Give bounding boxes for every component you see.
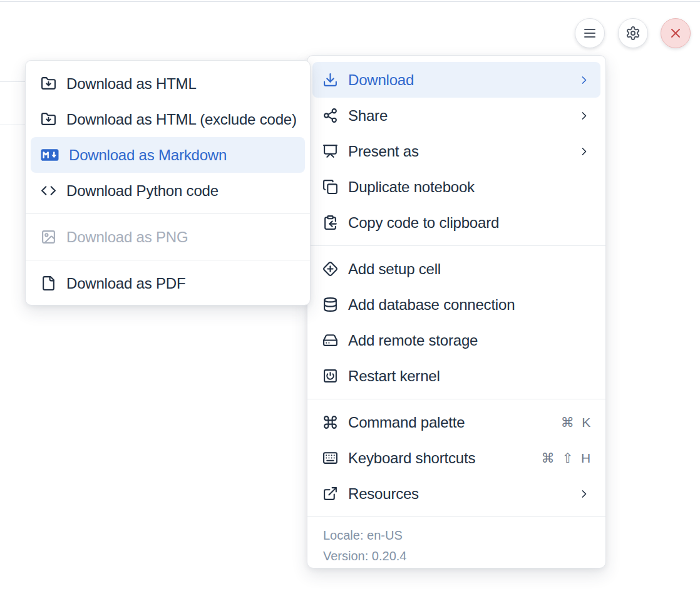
menu-item-download-python-code[interactable]: Download Python code (31, 173, 305, 208)
menu-footer: Locale: en-US Version: 0.20.4 (307, 522, 605, 572)
menu-item-download-as-pdf[interactable]: Download as PDF (31, 265, 305, 301)
keyboard-shortcut-hint: ⌘ ⇧ H (542, 451, 590, 466)
chevron-right-icon (578, 145, 590, 158)
command-icon (322, 414, 338, 430)
folder-down-icon (41, 111, 56, 127)
share-icon (322, 108, 338, 123)
menu-separator (307, 245, 605, 246)
menu-item-label: Download Python code (66, 182, 295, 200)
download-submenu: Download as HTMLDownload as HTML (exclud… (25, 60, 311, 305)
menu-item-label: Duplicate notebook (348, 178, 590, 196)
page-top-divider (0, 1, 700, 2)
menu-item-label: Download as HTML (66, 75, 295, 93)
markdown-icon (41, 147, 59, 163)
folder-down-icon (41, 76, 56, 91)
keyboard-shortcut-hint: ⌘ K (561, 415, 590, 430)
menu-item-download[interactable]: Download (312, 62, 600, 98)
menu-item-label: Add setup cell (348, 260, 590, 278)
menu-item-label: Download as Markdown (69, 146, 295, 164)
diamond-plus-icon (322, 261, 338, 277)
menu-item-label: Add database connection (348, 296, 590, 314)
close-icon (668, 26, 683, 41)
chevron-right-icon (578, 110, 590, 122)
settings-button[interactable] (618, 18, 648, 48)
menu-item-keyboard-shortcuts[interactable]: Keyboard shortcuts⌘ ⇧ H (312, 440, 600, 476)
menu-separator (26, 260, 310, 260)
code-icon (41, 183, 56, 198)
image-icon (41, 229, 56, 245)
gear-icon (625, 26, 641, 41)
database-icon (322, 297, 338, 312)
background-divider (0, 125, 26, 125)
hard-drive-icon (322, 332, 338, 348)
menu-item-label: Present as (348, 143, 568, 160)
menu-item-label: Share (348, 107, 568, 125)
external-link-icon (322, 486, 338, 501)
menu-separator (26, 213, 310, 214)
download-icon (322, 72, 338, 88)
menu-item-label: Add remote storage (348, 332, 590, 349)
menu-item-download-as-html-exclude-code[interactable]: Download as HTML (exclude code) (31, 101, 305, 137)
menu-item-download-as-png: Download as PNG (31, 219, 305, 255)
keyboard-icon (322, 450, 338, 466)
notebook-context-menu: DownloadSharePresent asDuplicate noteboo… (307, 55, 606, 568)
locale-label: Locale: en-US (307, 525, 605, 546)
menu-item-download-as-html[interactable]: Download as HTML (31, 66, 305, 101)
chevron-right-icon (578, 488, 590, 500)
menu-item-resources[interactable]: Resources (312, 476, 600, 511)
menu-item-label: Download as PNG (66, 228, 295, 246)
menu-item-add-remote-storage[interactable]: Add remote storage (312, 322, 600, 358)
file-icon (41, 275, 56, 291)
chevron-right-icon (578, 74, 590, 86)
menu-item-label: Keyboard shortcuts (348, 449, 532, 467)
menu-item-add-database-connection[interactable]: Add database connection (312, 287, 600, 322)
presentation-icon (322, 143, 338, 159)
menu-item-label: Restart kernel (348, 367, 590, 385)
menu-separator (307, 516, 605, 517)
menu-separator (307, 399, 605, 399)
menu-item-label: Download as PDF (66, 275, 295, 292)
menu-item-label: Command palette (348, 414, 551, 431)
menu-item-label: Download as HTML (exclude code) (66, 111, 297, 128)
hamburger-menu-icon (582, 26, 597, 41)
shutdown-button[interactable] (661, 18, 691, 48)
menu-item-duplicate-notebook[interactable]: Duplicate notebook (312, 169, 600, 205)
menu-item-command-palette[interactable]: Command palette⌘ K (312, 404, 600, 440)
notebook-menu-button[interactable] (575, 18, 605, 48)
main-menu-items: DownloadSharePresent asDuplicate noteboo… (307, 62, 605, 522)
menu-item-present-as[interactable]: Present as (312, 133, 600, 169)
duplicate-icon (322, 179, 338, 195)
menu-item-copy-code-to-clipboard[interactable]: Copy code to clipboard (312, 205, 600, 240)
background-divider (0, 81, 26, 82)
version-label: Version: 0.20.4 (307, 546, 605, 567)
menu-item-share[interactable]: Share (312, 98, 600, 133)
menu-item-restart-kernel[interactable]: Restart kernel (312, 358, 600, 394)
menu-item-label: Download (348, 71, 568, 89)
clipboard-copy-icon (322, 215, 338, 230)
menu-item-label: Copy code to clipboard (348, 214, 590, 232)
menu-item-add-setup-cell[interactable]: Add setup cell (312, 251, 600, 287)
menu-item-label: Resources (348, 485, 568, 503)
power-icon (322, 368, 338, 384)
download-submenu-items: Download as HTMLDownload as HTML (exclud… (26, 66, 310, 301)
menu-item-download-as-markdown[interactable]: Download as Markdown (31, 137, 305, 173)
